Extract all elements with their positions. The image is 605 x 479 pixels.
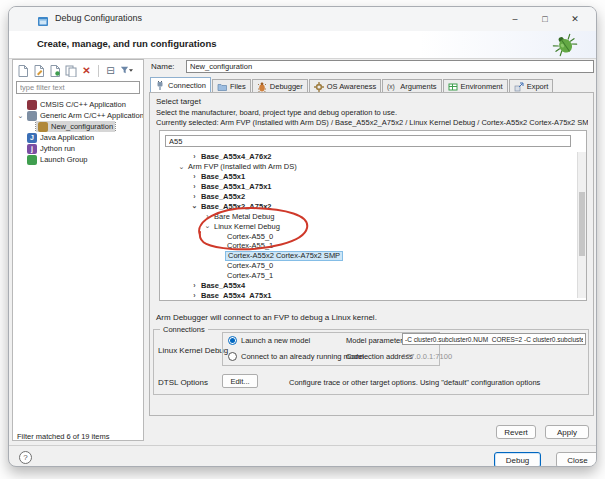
revert-button[interactable]: Revert	[496, 425, 536, 439]
target-item-label: Base_A55x2	[201, 192, 245, 201]
currently-selected-text: Currently selected: Arm FVP (Installed w…	[156, 118, 588, 127]
gear-config-icon	[38, 122, 48, 132]
debug-button[interactable]: Debug	[494, 452, 541, 467]
dialog-footer: ? Debug Close	[9, 445, 596, 467]
dialog-header: Create, manage, and run configurations	[9, 31, 596, 59]
tree-arrow-icon[interactable]: ⌄	[16, 112, 25, 120]
configurations-tree: CMSIS C/C++ Application⌄Generic Arm C/C+…	[13, 99, 143, 165]
target-item-base-a55x1-a75x1[interactable]: ›Base_A55x1_A75x1	[160, 182, 576, 192]
sidebar-toolbar: ✕⊟	[16, 63, 133, 78]
export-config-icon[interactable]	[48, 64, 61, 77]
os-awareness-icon	[314, 82, 324, 92]
apply-button[interactable]: Apply	[545, 425, 589, 439]
collapse-all-icon[interactable]: ⊟	[104, 64, 117, 77]
duplicate-icon[interactable]	[64, 64, 77, 77]
target-tree-scrollbar[interactable]	[577, 152, 586, 298]
tree-arrow-icon[interactable]: ⌄	[190, 202, 199, 210]
dialog-icon	[37, 13, 49, 25]
help-button[interactable]: ?	[19, 451, 32, 464]
new-prototype-icon[interactable]	[32, 64, 45, 77]
target-item-base-a55x2-a75x2[interactable]: ⌄Base_A55x2_A75x2	[160, 201, 576, 211]
tab-connection[interactable]: Connection	[150, 77, 211, 93]
target-item-label: Base_A55x2_A75x2	[201, 202, 271, 211]
cmsis-icon	[27, 100, 37, 110]
sidebar-filter-input[interactable]	[16, 81, 140, 94]
target-item-base-a55x2[interactable]: ›Base_A55x2	[160, 192, 576, 202]
tree-arrow-icon[interactable]: ›	[190, 183, 199, 190]
close-button[interactable]: Close	[556, 452, 597, 467]
tree-arrow-icon[interactable]: ›	[190, 173, 199, 180]
tab-export[interactable]: Export	[509, 79, 554, 93]
tree-arrow-icon[interactable]: ›	[190, 292, 199, 298]
sidebar-item-jython-run[interactable]: jJython run	[13, 143, 143, 154]
debugger-summary-text: Arm Debugger will connect to an FVP to d…	[156, 313, 377, 322]
name-input[interactable]	[186, 60, 594, 73]
target-item-base-a55x1[interactable]: ›Base_A55x1	[160, 172, 576, 182]
tab-os-awareness[interactable]: OS Awareness	[309, 79, 381, 93]
dtsl-edit-button[interactable]: Edit...	[222, 374, 258, 388]
sidebar-item-label: CMSIS C/C++ Application	[40, 100, 126, 109]
target-item-bare-metal-debug[interactable]: ›Bare Metal Debug	[160, 211, 576, 221]
target-item-base-a55x4-a76x2[interactable]: ›Base_A55x4_A76x2	[160, 152, 576, 162]
connect-running-model-radio[interactable]: Connect to an already running model	[228, 352, 364, 361]
tab-files[interactable]: Files	[212, 79, 251, 93]
export-icon	[514, 82, 524, 92]
main-panel: Name: ConnectionFilesDebuggerOS Awarenes…	[149, 59, 596, 444]
sidebar-item-label: Java Application	[40, 133, 94, 142]
tree-arrow-icon[interactable]: ›	[190, 282, 199, 289]
target-item-linux-kernel-debug[interactable]: ⌄Linux Kernel Debug	[160, 221, 576, 231]
tree-arrow-icon[interactable]: ⌄	[203, 222, 212, 230]
delete-icon[interactable]: ✕	[80, 64, 93, 77]
tree-arrow-icon[interactable]: ›	[203, 213, 212, 220]
target-item-arm-fvp-installed-with-arm-ds[interactable]: ⌄Arm FVP (Installed with Arm DS)	[160, 162, 576, 172]
model-parameters-label: Model parameters	[346, 336, 406, 345]
maximize-button[interactable]: □	[530, 7, 560, 31]
connection-address-value: 127.0.0.1:7100	[402, 352, 452, 361]
sidebar-item-label: Launch Group	[40, 155, 88, 164]
sidebar-item-generic-arm-c-c-application[interactable]: ⌄Generic Arm C/C++ Application	[13, 110, 143, 121]
close-window-button[interactable]: ✕	[560, 7, 590, 31]
target-item-cortex-a55-1[interactable]: Cortex-A55_1	[160, 241, 576, 251]
tab-arguments[interactable]: (x)Arguments	[382, 79, 441, 93]
target-item-label: Base_A55x4_A75x1	[201, 291, 271, 298]
linux-kernel-debug-label: Linux Kernel Debug	[158, 346, 228, 355]
tab-debugger[interactable]: Debugger	[252, 79, 308, 93]
filter-icon[interactable]	[120, 64, 133, 77]
target-item-label: Cortex-A75_0	[227, 261, 273, 270]
launch-group-icon	[27, 155, 37, 165]
target-item-label: Cortex-A55_0	[227, 232, 273, 241]
target-item-cortex-a55-0[interactable]: Cortex-A55_0	[160, 231, 576, 241]
minimize-button[interactable]: –	[500, 7, 530, 31]
target-selection-box: ›Base_A55x4_A76x2⌄Arm FVP (Installed wit…	[159, 130, 587, 301]
bug-logo-icon	[552, 32, 578, 58]
target-item-cortex-a55x2-cortex-a75x2-smp[interactable]: Cortex-A55x2 Cortex-A75x2 SMP	[160, 251, 576, 261]
sidebar-item-launch-group[interactable]: Launch Group	[13, 154, 143, 165]
target-item-cortex-a75-0[interactable]: Cortex-A75_0	[160, 261, 576, 271]
target-item-cortex-a75-1[interactable]: Cortex-A75_1	[160, 271, 576, 281]
titlebar: Debug Configurations – □ ✕	[9, 7, 596, 31]
target-item-label: Base_A55x4	[201, 281, 245, 290]
sidebar-item-new-configuration[interactable]: New_configuration	[13, 121, 143, 132]
tree-arrow-icon[interactable]: ⌄	[177, 163, 186, 171]
tab-label: Environment	[461, 82, 503, 91]
model-parameters-input[interactable]	[402, 333, 586, 345]
scrollbar-thumb[interactable]	[579, 192, 585, 256]
tab-environment[interactable]: Environment	[443, 79, 508, 93]
launch-new-model-radio[interactable]: Launch a new model	[228, 336, 310, 345]
tab-label: Files	[230, 82, 246, 91]
svg-text:(x): (x)	[387, 83, 395, 91]
sidebar-item-cmsis-c-c-application[interactable]: CMSIS C/C++ Application	[13, 99, 143, 110]
tab-label: OS Awareness	[327, 82, 376, 91]
target-item-label: Base_A55x4_A76x2	[201, 152, 271, 161]
sidebar-item-java-application[interactable]: JJava Application	[13, 132, 143, 143]
target-item-base-a55x4[interactable]: ›Base_A55x4	[160, 281, 576, 291]
tree-arrow-icon[interactable]: ›	[190, 193, 199, 200]
debug-configurations-dialog: Debug Configurations – □ ✕ Create, manag…	[8, 6, 597, 467]
tree-arrow-icon[interactable]: ›	[190, 153, 199, 160]
target-filter-input[interactable]	[165, 135, 571, 147]
new-config-icon[interactable]	[16, 64, 29, 77]
target-item-label: Base_A55x1	[201, 172, 245, 181]
target-item-base-a55x4-a75x1[interactable]: ›Base_A55x4_A75x1	[160, 290, 576, 298]
dialog-banner-title: Create, manage, and run configurations	[37, 38, 216, 49]
sidebar-item-label: Jython run	[40, 144, 75, 153]
